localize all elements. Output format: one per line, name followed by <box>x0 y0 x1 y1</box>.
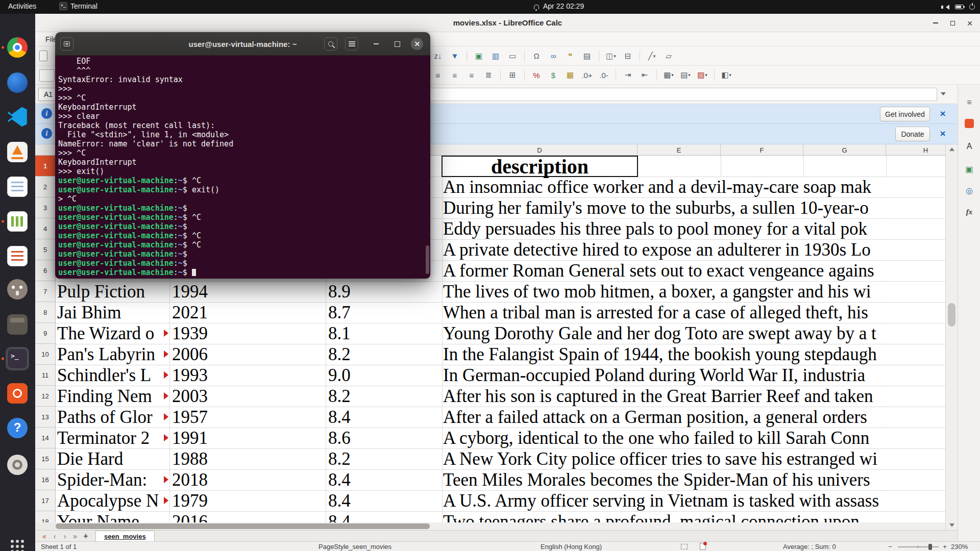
cell-C12[interactable]: 8.2 <box>328 386 351 407</box>
row-header-10[interactable]: 10 <box>35 344 56 365</box>
cell-A8[interactable]: Jai Bhim <box>57 302 167 323</box>
border-style-icon[interactable]: ▤▾ <box>679 68 692 82</box>
page-style[interactable]: PageStyle_seen_movies <box>318 543 391 550</box>
cell-D11[interactable]: In German-occupied Poland during World W… <box>443 365 945 385</box>
zoom-out-button[interactable] <box>887 543 894 550</box>
row-header-8[interactable]: 8 <box>35 302 56 323</box>
cell-B17[interactable]: 1979 <box>172 490 208 511</box>
cell-D14[interactable]: A cyborg, identical to the one who faile… <box>443 428 945 448</box>
vertical-scrollbar-thumb[interactable] <box>948 303 955 327</box>
previous-sheet-icon[interactable] <box>50 531 60 542</box>
dock-item-help[interactable] <box>6 416 29 440</box>
row-header-18[interactable]: 18 <box>35 511 56 522</box>
close-button[interactable] <box>411 38 423 50</box>
increase-indent-icon[interactable]: ⇥ <box>621 68 634 82</box>
align-left-icon[interactable]: ≡ <box>431 68 445 82</box>
cell-C13[interactable]: 8.4 <box>328 407 351 428</box>
split-window-icon[interactable]: ⊟ <box>621 49 634 63</box>
get-involved-button[interactable]: Get involved <box>880 107 930 121</box>
cell-A16[interactable]: Spider-Man: <box>57 469 167 490</box>
insert-comment-icon[interactable]: ❝ <box>564 49 577 63</box>
cell-C8[interactable]: 8.7 <box>328 302 351 323</box>
add-decimal-icon[interactable]: .0+ <box>580 68 594 82</box>
activities-button[interactable]: Activities <box>8 2 36 10</box>
cell-D5[interactable]: A private detective hired to expose an a… <box>443 240 945 260</box>
dock-item-vlc[interactable] <box>6 140 29 164</box>
focused-app-indicator[interactable]: Terminal <box>59 2 97 10</box>
merge-cells-icon[interactable]: ⊞ <box>506 68 519 82</box>
cell-A14[interactable]: Terminator 2 <box>57 428 167 448</box>
cell-D2[interactable]: An insomniac office worker and a devil-m… <box>443 177 945 197</box>
dock-item-filebox[interactable] <box>6 313 29 336</box>
dock-item-calc[interactable] <box>6 210 29 233</box>
maximize-button[interactable] <box>946 16 959 30</box>
borders-icon[interactable]: ▦▾ <box>662 68 675 82</box>
cell-C15[interactable]: 8.2 <box>328 448 351 469</box>
cell-B12[interactable]: 2003 <box>172 386 208 407</box>
row-header-16[interactable]: 16 <box>35 469 56 490</box>
dock-item-writer[interactable] <box>6 175 29 198</box>
column-header-G[interactable]: G <box>803 144 886 156</box>
insert-line-icon[interactable]: ╱▾ <box>645 49 658 63</box>
cell-B9[interactable]: 1939 <box>172 323 208 344</box>
cell-B10[interactable]: 2006 <box>172 344 208 365</box>
donate-button[interactable]: Donate <box>895 127 930 141</box>
cell-B15[interactable]: 1988 <box>172 448 208 469</box>
clock-menu[interactable]: Apr 22 02:29 <box>534 2 584 10</box>
maximize-button[interactable] <box>391 38 403 50</box>
selection-mode-icon[interactable] <box>681 544 688 549</box>
cell-A12[interactable]: Finding Nem <box>57 386 167 407</box>
dock-item-vscode[interactable] <box>6 105 29 129</box>
infobar-close-icon[interactable]: × <box>937 128 949 140</box>
menu-button[interactable] <box>345 37 358 51</box>
system-status-area[interactable] <box>943 0 975 14</box>
sheet-count[interactable]: Sheet 1 of 1 <box>41 543 77 550</box>
cell-B11[interactable]: 1993 <box>172 365 208 386</box>
terminal-titlebar[interactable]: user@user-virtual-machine: ~ <box>55 32 430 56</box>
cell-D9[interactable]: Young Dorothy Gale and her dog Toto are … <box>443 323 945 343</box>
dock-item-software[interactable] <box>6 382 29 405</box>
cell-C10[interactable]: 8.2 <box>328 344 351 365</box>
row-header-1[interactable]: 1 <box>35 156 56 177</box>
zoom-slider[interactable] <box>898 546 939 547</box>
conditional-formatting-icon[interactable]: ◧▾ <box>720 68 733 82</box>
insert-chart-icon[interactable]: ▥ <box>489 49 502 63</box>
row-header-6[interactable]: 6 <box>35 260 56 281</box>
column-header-E[interactable]: E <box>638 144 721 156</box>
sheet-tab-seen-movies[interactable]: seen_movies <box>95 531 155 541</box>
cell-D4[interactable]: Eddy persuades his three pals to pool mo… <box>443 219 945 239</box>
cell-C16[interactable]: 8.4 <box>328 469 351 490</box>
cell-D8[interactable]: When a tribal man is arrested for a case… <box>443 303 945 322</box>
row-header-3[interactable]: 3 <box>35 197 56 218</box>
cell-A15[interactable]: Die Hard <box>57 448 167 469</box>
cell-A11[interactable]: Schindler's L <box>57 365 167 386</box>
row-header-7[interactable]: 7 <box>35 281 56 302</box>
cell-B14[interactable]: 1991 <box>172 428 208 448</box>
insert-textbox-icon[interactable]: ▭ <box>506 49 519 63</box>
cell-D18[interactable]: Two teenagers share a profound, magical … <box>443 512 945 522</box>
border-color-icon[interactable]: ▨▾ <box>696 68 709 82</box>
next-sheet-icon[interactable] <box>60 531 70 542</box>
font-name-combo[interactable] <box>39 69 55 82</box>
horizontal-scrollbar[interactable] <box>56 522 945 530</box>
row-header-5[interactable]: 5 <box>35 239 56 260</box>
show-applications-button[interactable] <box>6 535 29 551</box>
row-header-13[interactable]: 13 <box>35 407 56 428</box>
cell-C18[interactable]: 8.4 <box>328 511 351 522</box>
cell-A9[interactable]: The Wizard o <box>57 323 167 344</box>
cell-D6[interactable]: A former Roman General sets out to exact… <box>443 261 945 281</box>
cell-B8[interactable]: 2021 <box>172 302 208 323</box>
add-sheet-button[interactable] <box>80 531 91 542</box>
vertical-scrollbar[interactable] <box>945 144 958 530</box>
cell-D12[interactable]: After his son is captured in the Great B… <box>443 386 945 406</box>
cell-D16[interactable]: Teen Miles Morales becomes the Spider-Ma… <box>443 470 945 490</box>
cell-A18[interactable]: Your Name. <box>57 511 167 522</box>
search-button[interactable] <box>324 37 337 51</box>
row-header-4[interactable]: 4 <box>35 218 56 239</box>
autofilter-icon[interactable]: ▼ <box>448 49 461 63</box>
language[interactable]: English (Hong Kong) <box>541 543 602 550</box>
aggregate-info[interactable]: Average: ; Sum: 0 <box>783 543 836 550</box>
cell-C14[interactable]: 8.6 <box>328 428 351 448</box>
minimize-button[interactable] <box>929 16 942 30</box>
dock-item-chrome[interactable] <box>6 36 29 59</box>
